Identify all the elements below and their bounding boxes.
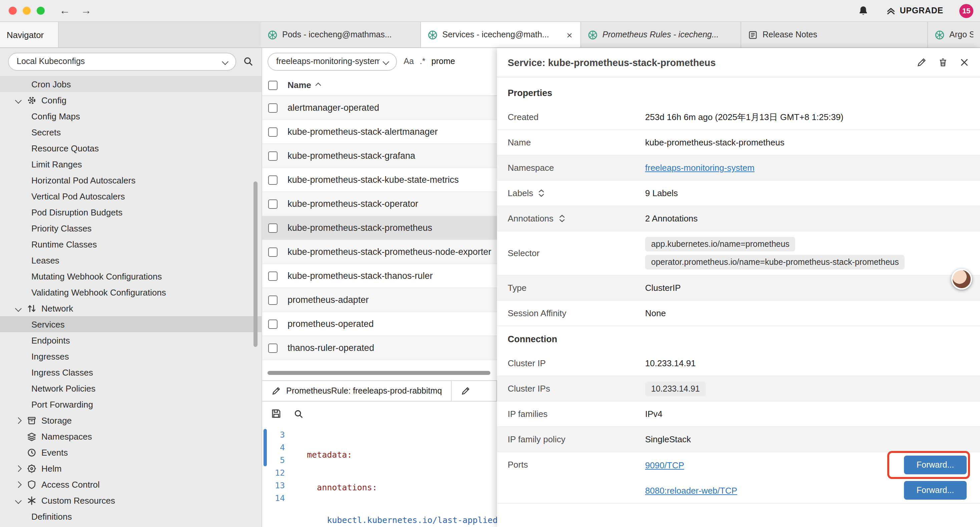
sidebar-item-network-policies[interactable]: Network Policies	[0, 380, 261, 396]
table-row[interactable]: thanos-ruler-operated	[262, 336, 497, 360]
row-checkbox[interactable]	[268, 223, 277, 232]
upgrade-button[interactable]: UPGRADE	[886, 6, 943, 16]
sidebar-item-secrets[interactable]: Secrets	[0, 124, 261, 140]
table-row[interactable]: kube-prometheus-stack-operator	[262, 192, 497, 216]
sidebar-item-pod-disruption-budgets[interactable]: Pod Disruption Budgets	[0, 204, 261, 220]
port-link[interactable]: 8080:reloader-web/TCP	[645, 485, 737, 495]
section-heading-connection: Connection	[497, 326, 980, 351]
namespace-link[interactable]: freeleaps-monitoring-system	[645, 163, 754, 173]
sidebar-item-priority-classes[interactable]: Priority Classes	[0, 220, 261, 236]
table-row[interactable]: alertmanager-operated	[262, 96, 497, 120]
tab-services[interactable]: Services - icecheng@math... ×	[421, 22, 581, 47]
navigator-panel-tab[interactable]: Navigator	[0, 22, 59, 47]
notification-count-badge[interactable]: 15	[959, 4, 973, 18]
search-icon[interactable]	[243, 56, 253, 67]
yaml-editor[interactable]: 3 4 5 12 13 14 metadata: annotations: ku…	[262, 426, 497, 527]
table-row[interactable]: kube-prometheus-stack-alertmanager	[262, 120, 497, 144]
tab-release-notes[interactable]: Release Notes	[741, 22, 928, 47]
sidebar-item-horizontal-pod-autoscalers[interactable]: Horizontal Pod Autoscalers	[0, 172, 261, 188]
sidebar-item-config-maps[interactable]: Config Maps	[0, 108, 261, 124]
row-checkbox[interactable]	[268, 247, 277, 256]
minimize-window-button[interactable]	[23, 7, 31, 15]
table-row[interactable]: kube-prometheus-stack-kube-state-metrics	[262, 168, 497, 192]
dock-tab-partial[interactable]	[452, 381, 497, 401]
sidebar-item-config[interactable]: Config	[0, 92, 261, 108]
sidebar-item-services[interactable]: Services	[0, 316, 261, 332]
select-all-checkbox[interactable]	[268, 80, 277, 90]
sidebar-item-access-control[interactable]: Access Control	[0, 476, 261, 492]
sidebar-item-storage[interactable]: Storage	[0, 412, 261, 428]
sidebar-item-definitions[interactable]: Definitions	[0, 508, 261, 524]
tab-argo[interactable]: Argo S	[928, 22, 980, 47]
table-search-input[interactable]: Aa .* prome	[404, 57, 492, 66]
service-name: kube-prometheus-stack-grafana	[288, 151, 415, 161]
sidebar-item-port-forwarding[interactable]: Port Forwarding	[0, 396, 261, 412]
sidebar-item-label: Priority Classes	[31, 223, 92, 233]
edit-icon[interactable]	[916, 57, 927, 67]
notifications-bell-icon[interactable]	[858, 5, 868, 16]
sidebar-item-runtime-classes[interactable]: Runtime Classes	[0, 236, 261, 252]
search-query-text: prome	[431, 57, 455, 66]
regex-toggle[interactable]: .*	[420, 57, 426, 66]
dock-tab-prometheusrule[interactable]: PrometheusRule: freeleaps-prod-rabbitmq	[262, 381, 452, 401]
row-checkbox[interactable]	[268, 271, 277, 280]
table-row[interactable]: kube-prometheus-stack-grafana	[262, 144, 497, 168]
sidebar-item-mutating-webhook-configurations[interactable]: Mutating Webhook Configurations	[0, 268, 261, 284]
window-titlebar: ← → UPGRADE 15	[0, 0, 980, 21]
sidebar-item-ingress-classes[interactable]: Ingress Classes	[0, 364, 261, 380]
close-icon[interactable]	[959, 57, 969, 67]
sidebar-item-ingresses[interactable]: Ingresses	[0, 348, 261, 364]
sidebar-item-helm[interactable]: Helm	[0, 460, 261, 476]
match-case-toggle[interactable]: Aa	[404, 57, 414, 66]
delete-trash-icon[interactable]	[938, 57, 948, 67]
sidebar-scrollbar[interactable]	[253, 182, 258, 347]
sidebar-item-leases[interactable]: Leases	[0, 252, 261, 268]
zoom-window-button[interactable]	[37, 7, 45, 15]
sidebar-item-vertical-pod-autoscalers[interactable]: Vertical Pod Autoscalers	[0, 188, 261, 204]
namespace-selector[interactable]: freeleaps-monitoring-system	[267, 53, 397, 70]
sidebar-item-resource-quotas[interactable]: Resource Quotas	[0, 140, 261, 156]
tab-prometheus-rules[interactable]: Prometheus Rules - icecheng...	[581, 22, 741, 47]
table-row[interactable]: prometheus-adapter	[262, 288, 497, 312]
row-checkbox[interactable]	[268, 319, 277, 328]
table-row-selected[interactable]: kube-prometheus-stack-prometheus	[262, 216, 497, 240]
kubeconfig-selector-value: Local Kubeconfigs	[17, 57, 219, 66]
config-icon	[27, 95, 37, 105]
sidebar-item-cron-jobs[interactable]: Cron Jobs	[0, 76, 261, 92]
row-checkbox[interactable]	[268, 151, 277, 161]
unfold-icon[interactable]	[538, 189, 546, 197]
navigator-sidebar: Local Kubeconfigs Cron Jobs Config Confi…	[0, 48, 261, 527]
row-checkbox[interactable]	[268, 175, 277, 185]
forward-button[interactable]: Forward...	[904, 481, 967, 500]
unfold-icon[interactable]	[558, 214, 565, 223]
forward-nav-button[interactable]: →	[81, 5, 91, 16]
table-row[interactable]: prometheus-operated	[262, 312, 497, 336]
tab-pods[interactable]: Pods - icecheng@mathmas...	[261, 22, 421, 47]
port-link[interactable]: 9090/TCP	[645, 460, 684, 470]
table-row[interactable]: kube-prometheus-stack-prometheus-node-ex…	[262, 240, 497, 264]
sidebar-item-custom-resources[interactable]: Custom Resources	[0, 492, 261, 508]
user-avatar[interactable]	[951, 269, 972, 290]
search-icon[interactable]	[294, 409, 304, 419]
row-checkbox[interactable]	[268, 295, 277, 304]
forward-button[interactable]: Forward...	[904, 455, 967, 474]
sidebar-item-events[interactable]: Events	[0, 444, 261, 460]
sidebar-item-network[interactable]: Network	[0, 300, 261, 316]
sidebar-item-limit-ranges[interactable]: Limit Ranges	[0, 156, 261, 172]
back-button[interactable]: ←	[59, 5, 70, 16]
save-icon[interactable]	[271, 408, 282, 419]
row-checkbox[interactable]	[268, 199, 277, 209]
sidebar-item-validating-webhook-configurations[interactable]: Validating Webhook Configurations	[0, 284, 261, 300]
horizontal-scrollbar[interactable]	[262, 371, 497, 375]
scrollbar-thumb[interactable]	[267, 371, 490, 375]
close-window-button[interactable]	[9, 7, 17, 15]
close-tab-icon[interactable]: ×	[565, 29, 574, 40]
table-row[interactable]: kube-prometheus-stack-thanos-ruler	[262, 264, 497, 288]
row-checkbox[interactable]	[268, 343, 277, 353]
sidebar-item-endpoints[interactable]: Endpoints	[0, 332, 261, 348]
kubeconfig-selector[interactable]: Local Kubeconfigs	[8, 53, 236, 70]
row-checkbox[interactable]	[268, 103, 277, 112]
row-checkbox[interactable]	[268, 127, 277, 137]
sidebar-item-namespaces[interactable]: Namespaces	[0, 428, 261, 444]
column-header-name[interactable]: Name	[288, 80, 321, 90]
